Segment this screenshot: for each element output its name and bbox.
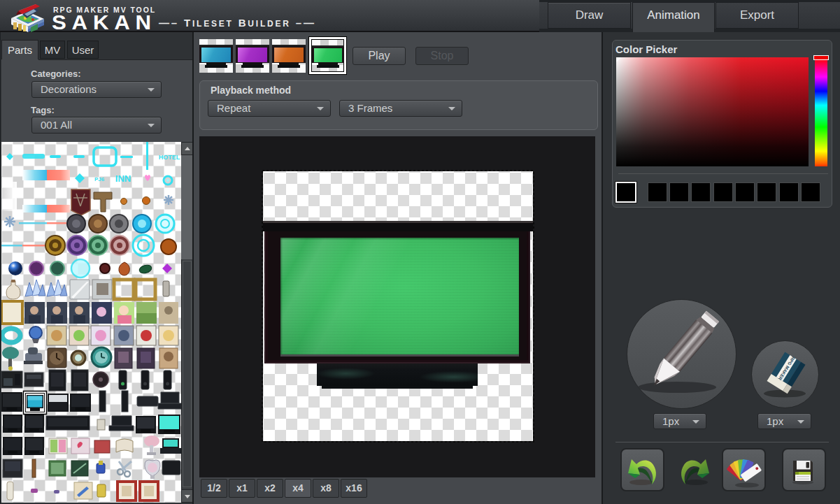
svg-text:HOTEL: HOTEL (159, 154, 180, 161)
svg-text:PJ6: PJ6 (94, 176, 105, 182)
svg-text:INN: INN (115, 173, 131, 184)
